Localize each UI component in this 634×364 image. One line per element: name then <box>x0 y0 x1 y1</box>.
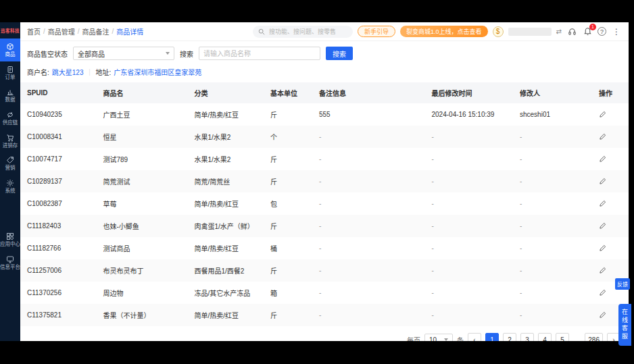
column-header: 分类 <box>188 82 264 103</box>
exchange-icon[interactable]: ⇄ <box>556 28 562 35</box>
cell-remark: - <box>312 304 425 326</box>
table-row: C10289137简荒测试简荒/简荒丝斤--- <box>20 170 629 192</box>
breadcrumb-item[interactable]: 首页 <box>27 26 41 36</box>
edit-button[interactable] <box>599 267 606 274</box>
product-search-input[interactable] <box>199 47 320 60</box>
products-table-wrap: SPUID商品名分类基本单位备注信息最后修改时间修改人操作 C10940235广… <box>20 82 629 326</box>
marketing-icon <box>6 156 14 164</box>
page-button-3[interactable]: 3 <box>520 333 534 341</box>
merchant-info: 商户名: 跳大星123 ｜ 地址: 广东省深圳市福田区皇家翠苑 <box>20 66 629 82</box>
info-platform-icon <box>6 255 14 263</box>
sidebar-item-info-platform[interactable]: 信息平台 <box>0 251 20 274</box>
sidebar-item-data[interactable]: 数据 <box>0 84 20 107</box>
cell-category: 简单/热卖/红豆 <box>188 237 264 259</box>
cell-name: 恒星 <box>97 126 188 148</box>
prev-page-button[interactable]: ‹ <box>468 333 481 341</box>
promo-banner-button[interactable]: 裂变商城1.0上线，点击查看 <box>400 26 488 37</box>
edit-button[interactable] <box>599 155 606 163</box>
newbie-guide-button[interactable]: 新手引导 <box>358 26 395 37</box>
cell-modified_at: - <box>425 148 514 170</box>
edit-button[interactable] <box>599 311 606 319</box>
breadcrumb-item[interactable]: 商品管理 <box>48 26 75 36</box>
breadcrumb: 首页/商品管理/商品备注/商品详情 <box>27 26 143 36</box>
edit-button[interactable] <box>599 200 606 207</box>
cell-name: 广西土豆 <box>97 103 188 126</box>
cell-spuid: C10008341 <box>20 126 97 148</box>
table-row: C11370256周边物冻品/其它水产冻品箱--- <box>20 282 629 304</box>
breadcrumb-item[interactable]: 商品详情 <box>116 26 143 36</box>
cell-modified_at: - <box>425 282 514 304</box>
sidebar-item-label: 进销存 <box>3 143 18 149</box>
sidebar-item-app-center[interactable]: 应用中心 <box>0 228 20 251</box>
merchant-address-link[interactable]: 广东省深圳市福田区皇家翠苑 <box>114 67 201 77</box>
cell-unit: 箱 <box>264 282 312 304</box>
cell-category: 西餐用品1/西餐2 <box>188 259 264 282</box>
more-menu-icon[interactable]: ⋮ <box>611 26 622 37</box>
edit-button[interactable] <box>599 178 606 185</box>
edit-button[interactable] <box>599 289 606 296</box>
merchant-name-link[interactable]: 跳大星123 <box>52 67 84 77</box>
sidebar-item-label: 信息平台 <box>0 265 20 271</box>
cell-modified_by: - <box>513 148 592 170</box>
customer-service-widget[interactable]: 在线客服 <box>618 304 631 346</box>
column-header: 修改人 <box>513 82 592 103</box>
cell-remark: - <box>312 192 425 215</box>
cell-modified_by: - <box>513 126 592 148</box>
inventory-icon <box>6 134 14 142</box>
cell-category: 简单/热卖/红豆 <box>188 103 264 126</box>
help-icon[interactable]: ? <box>598 27 606 36</box>
sidebar-item-system[interactable]: 系统 <box>0 175 20 198</box>
breadcrumb-separator: / <box>78 28 80 35</box>
data-icon <box>6 88 14 96</box>
table-row: C10082387草莓简单/热卖/红豆包--- <box>20 192 629 215</box>
products-table: SPUID商品名分类基本单位备注信息最后修改时间修改人操作 C10940235广… <box>20 82 629 326</box>
edit-button[interactable] <box>599 133 606 140</box>
cell-remark: - <box>312 126 425 148</box>
breadcrumb-item[interactable]: 商品备注 <box>82 26 109 36</box>
feedback-tab[interactable]: 反馈 <box>615 278 630 290</box>
page-button-2[interactable]: 2 <box>503 333 516 341</box>
status-filter-value: 全部商品 <box>78 49 105 59</box>
sidebar-item-supply-chain[interactable]: 供应链 <box>0 107 20 130</box>
page-button-5[interactable]: 5 <box>556 333 569 341</box>
per-page-value: 10 <box>429 336 437 342</box>
page-button-4[interactable]: 4 <box>538 333 552 341</box>
cell-unit: 斤 <box>264 259 312 282</box>
cell-unit: 斤 <box>264 148 312 170</box>
headset-icon[interactable] <box>566 26 577 37</box>
edit-button[interactable] <box>599 244 606 252</box>
cell-remark: - <box>312 259 425 282</box>
cell-modified_by: shceshi01 <box>513 103 592 126</box>
sidebar: 迅客科技 商品订单数据供应链进销存营销系统应用中心信息平台 <box>0 22 20 341</box>
cell-modified_by: - <box>513 304 592 326</box>
sidebar-item-orders[interactable]: 订单 <box>0 61 20 84</box>
cell-unit: 个 <box>264 126 312 148</box>
per-page-select[interactable]: 10 <box>424 334 453 341</box>
page-button-1[interactable]: 1 <box>485 333 499 341</box>
cell-modified_by: - <box>513 192 592 215</box>
cell-unit: 斤 <box>264 304 312 326</box>
goods-icon <box>6 43 14 51</box>
cell-modified_by: - <box>513 259 592 282</box>
sidebar-item-inventory[interactable]: 进销存 <box>0 130 20 153</box>
app-logo: 迅客科技 <box>0 22 20 38</box>
global-search-input[interactable] <box>268 28 347 36</box>
cell-modified_at: - <box>425 304 514 326</box>
global-search[interactable] <box>253 26 353 38</box>
app-center-icon <box>6 232 14 240</box>
notification-bell-icon[interactable]: 1 <box>582 26 593 37</box>
topbar: 首页/商品管理/商品备注/商品详情 新手引导 裂变商城1.0上线，点击查看 $ … <box>20 22 629 41</box>
search-icon <box>258 26 265 38</box>
page-button-286[interactable]: 286 <box>585 333 603 341</box>
edit-button[interactable] <box>599 111 606 118</box>
status-filter-select[interactable]: 全部商品 <box>73 47 174 60</box>
edit-button[interactable] <box>599 222 606 230</box>
sidebar-item-goods[interactable]: 商品 <box>0 38 20 61</box>
currency-icon[interactable]: $ <box>493 26 504 37</box>
screen: 迅客科技 商品订单数据供应链进销存营销系统应用中心信息平台 首页/商品管理/商品… <box>0 0 634 364</box>
cell-remark: 555 <box>312 103 425 126</box>
cell-name: 也妹-小鲫鱼 <box>97 215 188 237</box>
search-button[interactable]: 搜索 <box>326 47 353 60</box>
sidebar-item-marketing[interactable]: 营销 <box>0 152 20 175</box>
cell-unit: 包 <box>264 192 312 215</box>
